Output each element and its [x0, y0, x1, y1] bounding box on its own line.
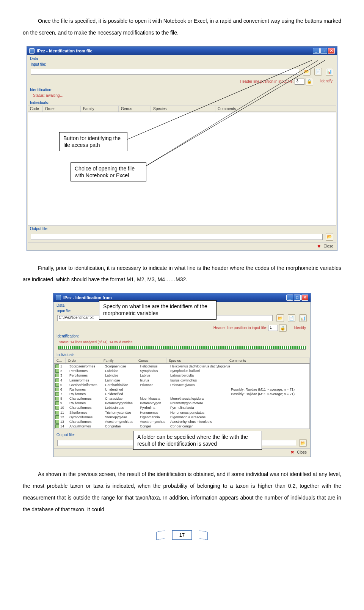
cell-family: Trichomycteridae	[105, 410, 140, 415]
browse-output-button[interactable]: 📂	[299, 439, 307, 447]
maximize-button[interactable]: □	[294, 295, 301, 301]
col-order[interactable]: Order	[66, 358, 101, 363]
app-icon	[56, 295, 61, 300]
cell-comments	[231, 424, 309, 429]
page-number-ribbon: 17	[159, 530, 205, 540]
open-excel-button[interactable]: 📊	[299, 314, 307, 322]
cell-species: Prionace glauca	[170, 383, 231, 387]
table-row[interactable]: 12GymnotiformesSternopygidaeEigenmanniaE…	[55, 415, 309, 419]
cell-code: 6	[60, 387, 69, 392]
table-row[interactable]: 11SiluriformesTrichomycteridaeHenonemusH…	[55, 410, 309, 415]
table-row[interactable]: 5CarcharhiniformesCarcharhinidaePrionace…	[55, 383, 309, 387]
table-row[interactable]: 4LamniformesLamnidaeIsurusIsurus oxyrinc…	[55, 378, 309, 383]
browse-file-button[interactable]: 📂	[303, 68, 311, 76]
cell-species: Helicolenus dactylopterus dactylopterus	[170, 364, 231, 369]
table-row[interactable]: 13CharaciformesAcestrorhynchidaeAcestror…	[55, 419, 309, 424]
cell-code: 14	[60, 424, 69, 429]
row-icon	[55, 364, 59, 368]
table-row[interactable]: 6RajiformesUnidentifiedPossibly: Rajidae…	[55, 387, 309, 392]
cell-family: Labridae	[105, 373, 140, 378]
minimize-button[interactable]: _	[286, 295, 293, 301]
table-row[interactable]: 14AnguilliformesCongridaeCongerConger co…	[55, 424, 309, 429]
col-genus[interactable]: Genus	[136, 358, 166, 363]
header-position-label: Header line position in input file:	[240, 79, 294, 83]
table-row[interactable]: 9RajiformesPotamotrygonidaePotamotrygonP…	[55, 401, 309, 405]
identify-button[interactable]: Identify	[294, 326, 306, 330]
cell-order: Perciformes	[69, 373, 105, 378]
table-row[interactable]: 2PerciformesLabridaeSymphodusSymphodus b…	[55, 369, 309, 373]
header-position-spinner[interactable]: 1	[268, 325, 278, 331]
close-window-button[interactable]: ✕	[301, 295, 308, 301]
table-row[interactable]: 7RajiformesUnidentifiedPossibly: Rajidae…	[55, 392, 309, 396]
window-title-2: IPez - Identification from	[63, 295, 112, 300]
cell-species: Conger conger	[170, 424, 231, 429]
progress-bar	[58, 346, 306, 350]
data-section-label: Data	[28, 56, 336, 61]
col-family[interactable]: Family	[81, 106, 119, 112]
row-icon	[55, 397, 59, 400]
open-notebook-button[interactable]: 📄	[288, 314, 295, 322]
input-file-field[interactable]	[31, 69, 299, 75]
cell-family: Congridae	[105, 424, 140, 429]
cell-code: 13	[60, 419, 69, 424]
cell-species: Eigenmannia virescens	[170, 415, 231, 419]
output-file-label: Output file:	[28, 226, 336, 232]
col-comments[interactable]: Comments	[215, 106, 336, 112]
col-code[interactable]: C…	[54, 358, 66, 363]
cell-code: 7	[60, 392, 69, 396]
screenshot-1: IPez - Identification from file _ □ ✕ Da…	[27, 46, 337, 251]
header-position-spinner[interactable]: 3	[295, 79, 304, 85]
header-pos-help-button[interactable]: 🔒	[279, 324, 287, 332]
cell-comments	[231, 405, 309, 410]
paragraph-1: Once the file is specified, it is possib…	[23, 15, 341, 39]
minimize-button[interactable]: _	[313, 48, 320, 54]
close-button[interactable]: Close	[297, 450, 307, 454]
table-header: Code Order Family Genus Species Comments	[28, 106, 336, 112]
cell-order: Rajiformes	[69, 392, 105, 396]
row-icon	[55, 383, 59, 387]
table-row[interactable]: 10CharaciformesLebiasinidaePyrrhulinaPyr…	[55, 405, 309, 410]
cell-family: Carcharhinidae	[105, 383, 140, 387]
output-file-field[interactable]	[31, 234, 323, 240]
cell-comments	[231, 373, 309, 378]
close-window-button[interactable]: ✕	[328, 48, 335, 54]
cell-family: Lamnidae	[105, 378, 140, 383]
col-genus[interactable]: Genus	[119, 106, 151, 112]
col-species[interactable]: Species	[166, 358, 227, 363]
page-number: 17	[172, 530, 192, 540]
maximize-button[interactable]: □	[320, 48, 327, 54]
cell-species	[170, 387, 231, 392]
browse-file-button[interactable]: 📂	[276, 314, 284, 322]
header-pos-help-button[interactable]: 🔒	[306, 78, 313, 85]
cell-comments	[231, 401, 309, 405]
row-icon	[55, 420, 59, 424]
cell-code: 3	[60, 373, 69, 378]
cell-comments	[231, 378, 309, 383]
col-order[interactable]: Order	[43, 106, 81, 112]
cell-order: Characiformes	[69, 419, 105, 424]
close-button[interactable]: Close	[323, 244, 333, 248]
table-row[interactable]: 1ScorpaeniformesScorpaenidaeHelicolenusH…	[55, 364, 309, 369]
col-code[interactable]: Code	[28, 106, 43, 112]
table-row[interactable]: 3PerciformesLabridaeLabrusLabrus bergylt…	[55, 373, 309, 378]
col-family[interactable]: Family	[101, 358, 136, 363]
cell-order: Characiformes	[69, 396, 105, 401]
cell-species: Acestrorhynchus microlepis	[170, 419, 231, 424]
browse-output-button[interactable]: 📂	[326, 233, 333, 241]
col-species[interactable]: Species	[151, 106, 215, 112]
status-text-2: Status: 14 lines analysed (of 14), 14 va…	[54, 339, 310, 345]
cell-code: 9	[60, 401, 69, 405]
table-row[interactable]: 8CharaciformesCharacidaeMoenkhausiaMoenk…	[55, 396, 309, 401]
cell-code: 12	[60, 415, 69, 419]
row-icon	[55, 374, 59, 377]
identify-button[interactable]: Identify	[320, 79, 333, 83]
open-excel-button[interactable]: 📊	[326, 68, 333, 76]
cell-comments	[231, 383, 309, 387]
cell-genus: Henonemus	[140, 410, 170, 415]
cell-code: 4	[60, 378, 69, 383]
cell-order: Rajiformes	[69, 401, 105, 405]
window-titlebar: IPez - Identification from file _ □ ✕	[27, 47, 337, 55]
row-icon	[55, 415, 59, 419]
col-comments[interactable]: Comments	[227, 358, 310, 363]
open-notebook-button[interactable]: 📄	[314, 68, 322, 76]
